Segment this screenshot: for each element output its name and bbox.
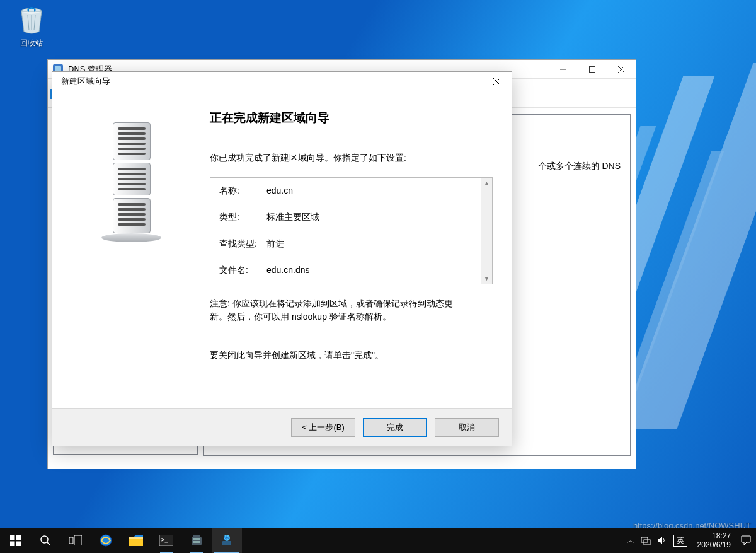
task-view-icon: [69, 535, 82, 545]
svg-rect-5: [16, 541, 21, 546]
summary-scrollbar[interactable]: ▲: [481, 178, 492, 284]
svg-rect-18: [193, 535, 200, 537]
summary-row: 名称: edu.cn: [210, 178, 492, 204]
action-center-icon[interactable]: [741, 535, 751, 545]
taskbar-cmd[interactable]: >_: [151, 528, 181, 553]
summary-value: 前进: [266, 238, 284, 250]
close-button[interactable]: [607, 60, 636, 79]
wizard-note: 注意: 你应该现在将记录添加到区域，或者确保记录得到动态更新。然后，你可以用 n…: [210, 297, 468, 323]
cancel-button[interactable]: 取消: [435, 418, 499, 437]
taskbar-server-manager[interactable]: [181, 528, 212, 553]
wizard-title: 新建区域向导: [61, 76, 110, 87]
svg-rect-12: [129, 537, 143, 539]
search-icon: [40, 535, 51, 546]
server-icon: [101, 122, 161, 236]
wizard-footer: < 上一步(B) 完成 取消: [52, 408, 512, 446]
desktop: 回收站 DNS 管理器: [0, 0, 756, 553]
scroll-down-icon[interactable]: ▼: [481, 273, 492, 284]
ime-indicator[interactable]: 英: [673, 535, 687, 547]
start-button[interactable]: [0, 528, 30, 553]
svg-rect-3: [16, 535, 21, 540]
svg-rect-7: [69, 537, 73, 544]
volume-icon[interactable]: [657, 535, 667, 545]
wizard-summary-box: ▲ 名称: edu.cn 类型: 标准主要区域 查找类型: 前进: [210, 177, 493, 284]
summary-value: edu.cn: [266, 185, 293, 197]
recycle-bin-label: 回收站: [8, 38, 55, 49]
windows-logo-icon: [10, 535, 21, 546]
recycle-bin-icon[interactable]: 回收站: [8, 5, 55, 49]
taskbar[interactable]: >_ ︿: [0, 528, 756, 553]
clock-date: 2020/6/19: [697, 540, 731, 549]
summary-row: 查找类型: 前进: [210, 231, 492, 257]
svg-rect-8: [74, 535, 82, 545]
task-view-button[interactable]: [60, 528, 91, 553]
tray-overflow-icon[interactable]: ︿: [627, 535, 634, 546]
wizard-heading: 正在完成新建区域向导: [210, 110, 493, 126]
wizard-close-hint: 要关闭此向导并创建新区域，请单击"完成"。: [210, 349, 493, 362]
trash-icon: [16, 5, 47, 35]
taskbar-clock[interactable]: 18:27 2020/6/19: [694, 529, 735, 552]
taskbar-ie[interactable]: [91, 528, 121, 553]
summary-value: edu.cn.dns: [266, 265, 310, 276]
network-icon[interactable]: [641, 535, 651, 545]
svg-text:>_: >_: [161, 537, 168, 543]
maximize-button[interactable]: [578, 60, 607, 79]
taskbar-explorer[interactable]: [121, 528, 151, 553]
summary-key: 名称:: [219, 185, 266, 197]
back-button[interactable]: < 上一步(B): [291, 418, 355, 437]
system-tray[interactable]: ︿ 英 18:27 2020/6/19: [622, 528, 756, 553]
dns-content-text-fragment: 个或多个连续的 DNS: [538, 161, 621, 172]
summary-key: 类型:: [219, 212, 266, 223]
svg-rect-17: [193, 541, 200, 543]
svg-point-6: [41, 536, 48, 543]
svg-rect-16: [193, 538, 200, 540]
svg-rect-2: [10, 535, 15, 540]
server-manager-icon: [190, 533, 203, 547]
svg-rect-4: [10, 541, 15, 546]
svg-rect-19: [222, 541, 231, 545]
new-zone-wizard-dialog: 新建区域向导: [52, 71, 512, 446]
wizard-banner: [52, 91, 210, 408]
summary-key: 查找类型:: [219, 238, 266, 250]
minimize-button[interactable]: [549, 60, 578, 79]
folder-icon: [129, 535, 143, 546]
clock-time: 18:27: [697, 532, 731, 540]
wizard-intro: 你已成功完成了新建区域向导。你指定了如下设置:: [210, 151, 493, 165]
svg-rect-1: [590, 66, 595, 72]
terminal-icon: >_: [159, 535, 173, 546]
scroll-up-icon[interactable]: ▲: [481, 178, 492, 189]
summary-key: 文件名:: [219, 265, 266, 276]
wizard-close-button[interactable]: [484, 73, 509, 90]
wizard-titlebar[interactable]: 新建区域向导: [52, 72, 512, 91]
summary-row: 类型: 标准主要区域: [210, 204, 492, 231]
taskbar-dns-manager[interactable]: [212, 528, 242, 553]
dns-manager-icon: [220, 533, 234, 547]
search-button[interactable]: [30, 528, 60, 553]
ie-icon: [98, 533, 113, 548]
summary-value: 标准主要区域: [266, 212, 319, 223]
summary-row: 文件名: edu.cn.dns: [210, 257, 492, 284]
finish-button[interactable]: 完成: [363, 418, 427, 437]
